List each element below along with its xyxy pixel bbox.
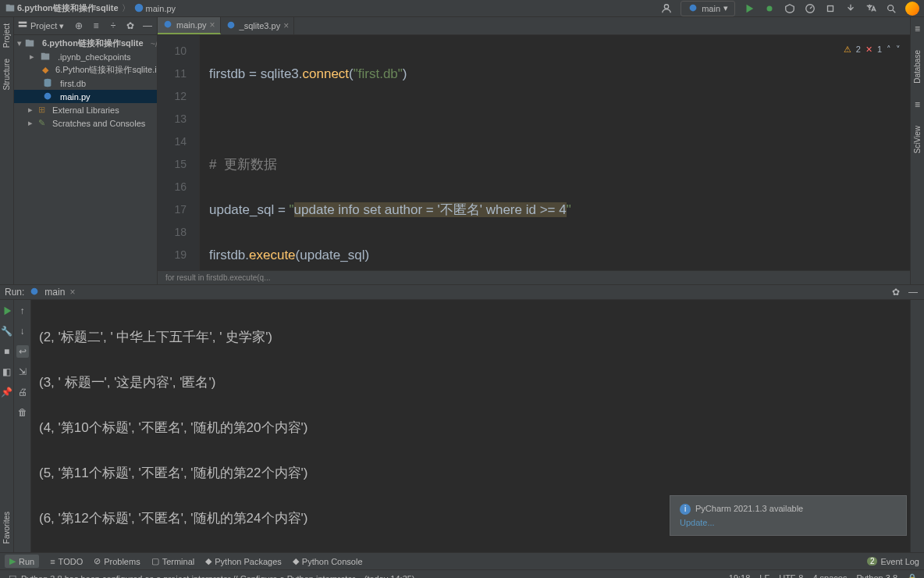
user-icon[interactable] [660, 2, 673, 15]
tool-pypackages[interactable]: ◆Python Packages [205, 556, 282, 566]
search-icon[interactable] [885, 2, 897, 15]
print-icon[interactable]: 🖨 [16, 386, 29, 398]
expand-all-icon[interactable]: ≡ [90, 20, 102, 32]
editor[interactable]: 10111213141516171819 firstdb = sqlite3.c… [158, 35, 910, 270]
tree-mainpy[interactable]: main.py [14, 90, 157, 103]
run-config-name: main [702, 4, 720, 13]
tab-main[interactable]: main.py × [158, 17, 221, 34]
tool-window-icon[interactable]: ◱ [6, 573, 19, 579]
tree-firstdb[interactable]: first.db [14, 77, 157, 90]
breadcrumb-sep-icon: 〉 [122, 2, 130, 14]
stop-icon[interactable]: ■ [1, 345, 13, 358]
tree-external[interactable]: ▸⊞ External Libraries [14, 103, 157, 116]
pin-icon[interactable]: 📌 [1, 386, 13, 398]
translate-icon[interactable] [865, 2, 877, 15]
tree-scratches[interactable]: ▸✎ Scratches and Consoles [14, 116, 157, 130]
folder-icon [5, 2, 16, 15]
svg-point-11 [165, 21, 172, 28]
tool-terminal[interactable]: ▢Terminal [151, 556, 195, 566]
select-opened-file-icon[interactable]: ⊕ [73, 20, 85, 32]
run-target: main [44, 287, 65, 298]
lock-icon[interactable]: 🔒 [907, 573, 918, 578]
info-icon: i [680, 504, 691, 515]
project-panel-title[interactable]: Project ▾ [17, 20, 64, 32]
warning-icon: ⚠ [844, 38, 851, 61]
status-message[interactable]: Python 3.8 has been configured as a proj… [21, 574, 414, 579]
indent[interactable]: 4 spaces [812, 573, 847, 578]
close-icon[interactable]: × [210, 20, 215, 30]
rerun-button[interactable] [1, 305, 13, 317]
python-icon [133, 2, 144, 15]
coverage-button[interactable] [784, 2, 796, 15]
tab-sqlite3[interactable]: _sqlite3.py × [221, 17, 295, 34]
tool-run[interactable]: ▶Run [5, 555, 39, 568]
gear-icon[interactable]: ✿ [124, 20, 137, 32]
collapse-all-icon[interactable]: ÷ [107, 20, 119, 32]
close-icon[interactable]: × [283, 20, 289, 31]
breadcrumb-project: 6.python链接和操作sqlite [17, 2, 119, 14]
tool-eventlog[interactable]: 2Event Log [867, 557, 919, 566]
run-config-selector[interactable]: main ▾ [681, 1, 735, 16]
update-notification[interactable]: iPyCharm 2021.1.3 available Update... [670, 495, 907, 536]
down-icon[interactable]: ↓ [16, 325, 29, 337]
editor-area: main.py × _sqlite3.py × 1011121314151617… [158, 17, 910, 284]
softwrap-icon[interactable]: ↩ [16, 345, 29, 358]
database-tool-tab[interactable]: Database [913, 50, 922, 84]
wrench-icon[interactable]: 🔧 [1, 325, 13, 337]
chevron-up-icon[interactable]: ˄ [887, 38, 891, 61]
svg-point-2 [690, 4, 697, 11]
project-panel: Project ▾ ⊕ ≡ ÷ ✿ — ▾ 6.python链接和操作sqlit… [14, 17, 158, 284]
status-bar: ◱ Python 3.8 has been configured as a pr… [0, 569, 924, 578]
svg-point-6 [888, 5, 894, 10]
editor-breadcrumb[interactable]: for result in firstdb.execute(q... [158, 270, 910, 284]
tool-problems[interactable]: ⊘Problems [94, 556, 140, 566]
tool-pyconsole[interactable]: ◆Python Console [293, 556, 363, 566]
stop-button[interactable] [824, 2, 837, 15]
line-separator[interactable]: LF [759, 573, 769, 578]
profile-button[interactable] [804, 2, 816, 15]
menu-icon[interactable]: ≡ [915, 23, 920, 34]
up-icon[interactable]: ↑ [16, 305, 29, 317]
chevron-down-icon: ▾ [59, 21, 64, 31]
bottom-tool-bar: ▶Run ≡TODO ⊘Problems ▢Terminal ◆Python P… [0, 552, 924, 569]
python-icon [29, 286, 40, 299]
encoding[interactable]: UTF-8 [779, 573, 803, 578]
python-icon [226, 20, 236, 32]
breadcrumb[interactable]: 6.python链接和操作sqlite 〉 main.py [5, 2, 176, 15]
debug-button[interactable] [763, 2, 776, 15]
cursor-position[interactable]: 19:18 [729, 573, 751, 578]
hide-icon[interactable]: — [141, 20, 154, 32]
run-button[interactable] [743, 2, 755, 15]
tree-pysqlite[interactable]: ◆ 6.Python链接和操作sqlite.ip [14, 63, 157, 77]
menu-icon[interactable]: ≡ [915, 99, 920, 110]
scroll-icon[interactable]: ⇲ [16, 366, 29, 378]
tool-todo[interactable]: ≡TODO [50, 557, 83, 566]
svg-point-12 [227, 22, 234, 29]
project-tree[interactable]: ▾ 6.python链接和操作sqlite ~/D ▸ .ipynb_check… [14, 35, 157, 131]
structure-tool-tab[interactable]: Structure [2, 59, 11, 91]
code-content[interactable]: firstdb = sqlite3.connect("first.db") # … [200, 35, 910, 270]
inspection-badges[interactable]: ⚠2 ✕1 ˄ ˅ [844, 38, 901, 61]
interpreter[interactable]: Python 3.8 [856, 573, 897, 578]
sciview-tool-tab[interactable]: SciView [913, 126, 922, 153]
hide-icon[interactable]: — [907, 286, 919, 298]
line-gutter: 10111213141516171819 [158, 35, 200, 270]
svg-point-0 [134, 3, 143, 12]
favorites-tool-tab[interactable]: Favorites [2, 512, 11, 544]
svg-rect-7 [19, 22, 27, 24]
update-link[interactable]: Update... [680, 518, 897, 527]
git-icon[interactable] [844, 2, 857, 15]
right-gutter: ≡ Database ≡ SciView [910, 17, 924, 284]
layout-icon[interactable]: ◧ [1, 366, 13, 378]
trash-icon[interactable]: 🗑 [16, 406, 29, 419]
svg-point-3 [767, 5, 773, 11]
avatar[interactable] [905, 2, 919, 16]
chevron-down-icon[interactable]: ˅ [896, 38, 901, 61]
tree-ipynb[interactable]: ▸ .ipynb_checkpoints [14, 50, 157, 63]
gear-icon[interactable]: ✿ [890, 286, 902, 298]
tree-root[interactable]: ▾ 6.python链接和操作sqlite ~/D [14, 37, 157, 50]
run-panel-header: Run: main × ✿ — [0, 284, 924, 300]
close-icon[interactable]: × [69, 287, 75, 298]
editor-tab-bar: main.py × _sqlite3.py × [158, 17, 910, 35]
project-tool-tab[interactable]: Project [2, 23, 11, 48]
